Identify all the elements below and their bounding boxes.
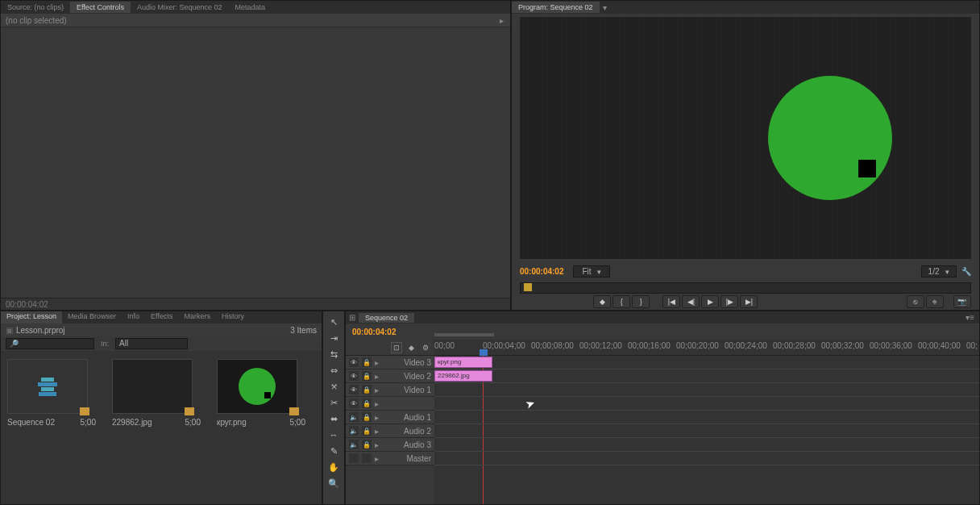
selection-tool-icon[interactable]: ↖ (325, 315, 343, 329)
slide-tool-icon[interactable]: ↔ (325, 428, 343, 442)
extract-button[interactable]: ⎆ (926, 295, 944, 308)
lock-icon[interactable]: 🔒 (362, 385, 372, 394)
wrench-icon[interactable]: 🔧 (961, 267, 971, 276)
track-header[interactable]: 🔈🔒▸Audio 3 (346, 438, 434, 452)
eye-icon[interactable]: 👁 (349, 371, 359, 381)
timeline-timecode[interactable]: 00:00:04:02 (352, 328, 433, 336)
track-header[interactable]: 👁🔒▸ (346, 397, 434, 411)
track-header[interactable]: 👁🔒▸Video 1 (346, 383, 434, 397)
track-lane[interactable] (434, 383, 979, 397)
goto-out-button[interactable]: ▶| (740, 295, 758, 308)
in-point-button[interactable]: { (612, 295, 630, 308)
tab-effects[interactable]: Effects (145, 311, 178, 323)
tab-markers[interactable]: Markers (178, 311, 216, 323)
track-header[interactable]: ▸Master (346, 452, 434, 465)
program-fit-dropdown[interactable]: Fit ▾ (573, 265, 610, 278)
project-filter-select[interactable]: All (115, 338, 188, 349)
ripple-edit-tool-icon[interactable]: ⇆ (325, 347, 343, 361)
goto-in-button[interactable]: |◀ (662, 295, 680, 308)
collapse-icon[interactable]: ▸ (375, 358, 379, 367)
track-lane[interactable] (434, 411, 979, 424)
collapse-icon[interactable]: ▸ (375, 413, 379, 422)
rolling-edit-tool-icon[interactable]: ⇔ (325, 363, 343, 378)
project-search-input[interactable] (6, 338, 94, 349)
track-lane[interactable] (434, 424, 979, 438)
collapse-icon[interactable]: ▸ (375, 386, 379, 394)
tab-source[interactable]: Source: (no clips) (1, 2, 70, 13)
project-item-sequence[interactable]: Sequence 025;00 (7, 359, 96, 496)
snap-icon[interactable]: ⊞ (349, 313, 355, 322)
track-lane[interactable] (434, 438, 979, 452)
pen-tool-icon[interactable]: ✎ (325, 444, 343, 458)
playhead-handle-icon[interactable] (480, 349, 488, 356)
track-select-tool-icon[interactable]: ⇥ (325, 331, 343, 345)
program-resolution-dropdown[interactable]: 1/2 ▾ (921, 265, 957, 278)
track-header[interactable]: 👁🔒▸Video 3 (346, 356, 434, 369)
ruler-option-icon[interactable]: ⊡ (391, 342, 402, 353)
track-header[interactable]: 👁🔒▸Video 2 (346, 369, 434, 383)
tab-history[interactable]: History (216, 311, 250, 323)
dropdown-icon[interactable]: ▾ (603, 3, 607, 12)
hand-tool-icon[interactable]: ✋ (325, 460, 343, 474)
track-area[interactable]: круг.png229862.jpg (434, 356, 979, 504)
project-item-image-1[interactable]: 229862.jpg5;00 (112, 359, 201, 496)
track-header[interactable]: 🔈🔒▸Audio 1 (346, 411, 434, 424)
lock-icon[interactable]: 🔒 (362, 412, 372, 422)
speaker-icon[interactable]: 🔈 (349, 412, 359, 422)
tab-metadata[interactable]: Metadata (228, 2, 272, 13)
project-item-image-2[interactable]: круг.png5;00 (217, 359, 305, 496)
settings-icon[interactable]: ⚙ (420, 342, 431, 353)
collapse-icon[interactable]: ▸ (375, 372, 379, 381)
tab-timeline-sequence[interactable]: Sequence 02 (359, 313, 414, 323)
marker-button[interactable]: ◆ (593, 295, 611, 308)
tab-audio-mixer[interactable]: Audio Mixer: Sequence 02 (131, 2, 229, 13)
out-point-button[interactable]: } (632, 295, 650, 308)
razor-tool-icon[interactable]: ✂ (325, 395, 343, 410)
lift-button[interactable]: ⎋ (907, 295, 924, 308)
program-monitor[interactable] (520, 17, 971, 259)
eye-icon[interactable]: 👁 (349, 357, 359, 367)
play-button[interactable]: ▶ (701, 295, 719, 308)
track-lane[interactable]: круг.png (434, 356, 979, 369)
marker-icon[interactable]: ◆ (405, 342, 417, 353)
step-forward-button[interactable]: |▶ (720, 295, 738, 308)
step-back-button[interactable]: ◀| (682, 295, 700, 308)
slip-tool-icon[interactable]: ⬌ (325, 411, 343, 426)
program-timecode[interactable]: 00:00:04:02 (520, 267, 563, 276)
collapse-icon[interactable]: ▸ (375, 454, 379, 463)
tab-program[interactable]: Program: Sequence 02 (512, 2, 600, 13)
export-frame-button[interactable]: 📷 (953, 295, 971, 308)
eye-icon[interactable]: 👁 (349, 385, 359, 394)
track-lane[interactable]: 229862.jpg (434, 369, 979, 383)
work-area-bar[interactable] (434, 333, 494, 336)
lock-icon[interactable]: 🔒 (362, 440, 372, 449)
speaker-icon[interactable]: 🔈 (349, 440, 359, 449)
timeline-ruler[interactable]: 00;0000;00;04;0000;00;08;0000;00;12;0000… (434, 340, 979, 355)
collapse-icon[interactable]: ▸ (375, 440, 379, 449)
tab-media-browser[interactable]: Media Browser (62, 311, 122, 323)
eye-icon[interactable]: 👁 (349, 399, 359, 408)
lock-icon[interactable]: 🔒 (362, 426, 372, 436)
timeline-clip[interactable]: круг.png (434, 357, 492, 368)
track-lane[interactable] (434, 452, 979, 465)
tab-project[interactable]: Project: Lesson (1, 311, 62, 323)
lock-icon[interactable]: 🔒 (362, 399, 372, 408)
speaker-icon[interactable]: 🔈 (349, 426, 359, 436)
timeline-clip[interactable]: 229862.jpg (434, 370, 492, 382)
eye-icon[interactable] (349, 453, 359, 463)
panel-menu-icon[interactable]: ▾≡ (961, 313, 979, 322)
program-scrubber[interactable] (520, 282, 971, 294)
lock-icon[interactable]: 🔒 (362, 371, 372, 381)
zoom-tool-icon[interactable]: 🔍 (325, 476, 343, 490)
tab-info[interactable]: Info (122, 311, 145, 323)
track-lane[interactable] (434, 397, 979, 411)
lock-icon[interactable] (362, 453, 372, 463)
expand-icon[interactable]: ▸ (497, 16, 505, 25)
lock-icon[interactable]: 🔒 (362, 357, 372, 367)
rate-stretch-tool-icon[interactable]: ⤧ (325, 379, 343, 394)
project-items-grid[interactable]: Sequence 025;00 229862.jpg5;00 круг.png5… (1, 351, 322, 504)
collapse-icon[interactable]: ▸ (375, 399, 379, 408)
collapse-icon[interactable]: ▸ (375, 427, 379, 436)
track-header[interactable]: 🔈🔒▸Audio 2 (346, 424, 434, 438)
tab-effect-controls[interactable]: Effect Controls (70, 2, 131, 13)
